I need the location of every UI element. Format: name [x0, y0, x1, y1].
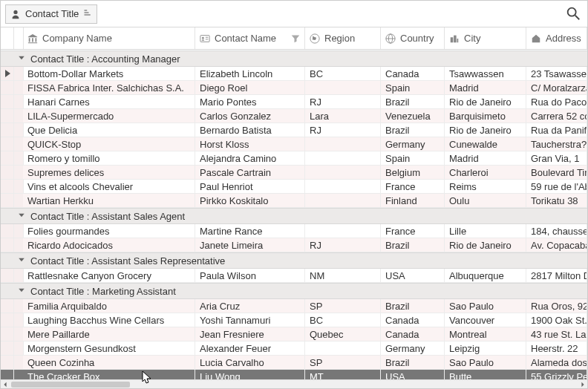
row-indicator-cell: [1, 95, 14, 109]
group-panel: Contact Title: [1, 1, 587, 27]
table-row[interactable]: FISSA Fabrica Inter. Salchichas S.A. Die…: [1, 81, 587, 95]
grid-body[interactable]: Contact Title : Accounting Manager Botto…: [1, 50, 587, 379]
table-row[interactable]: Bottom-Dollar Markets Elizabeth Lincoln …: [1, 67, 587, 81]
cell-address: 43 rue St. Laure: [526, 327, 587, 341]
cell-region: [305, 137, 381, 151]
row-indicator-cell: [1, 238, 14, 252]
cell-address: 23 Tsawassen Bl: [526, 67, 587, 81]
group-chip-contact-title[interactable]: Contact Title: [5, 4, 97, 24]
cell-address: Rua Oros, 92: [526, 299, 587, 313]
cell-address: Alameda dos Car: [526, 356, 587, 370]
table-row[interactable]: Que Delicia Bernardo Batista RJ Brazil R…: [1, 123, 587, 137]
table-row[interactable]: Ricardo Adocicados Janete Limeira RJ Bra…: [1, 238, 587, 252]
cell-region: MT: [305, 370, 381, 379]
group-row[interactable]: Contact Title : Marketing Assistant: [1, 283, 587, 299]
cell-city: Leipzig: [445, 341, 526, 356]
scroll-left-icon[interactable]: [1, 381, 10, 388]
row-indicator-cell: [1, 370, 14, 379]
table-row[interactable]: Romero y tomillo Alejandra Camino Spain …: [1, 151, 587, 166]
column-label: Country: [400, 33, 434, 44]
group-row[interactable]: Contact Title : Accounting Manager: [1, 50, 587, 67]
row-indicator-cell: [1, 341, 14, 356]
table-row[interactable]: Familia Arquibaldo Aria Cruz SP Brazil S…: [1, 299, 587, 313]
cell-company: Mere Paillarde: [23, 327, 195, 341]
table-row[interactable]: Morgenstern Gesundkost Alexander Feuer G…: [1, 341, 587, 356]
cell-address: 1900 Oak St.: [526, 313, 587, 327]
table-row[interactable]: Rattlesnake Canyon Grocery Paula Wilson …: [1, 269, 587, 283]
column-header-contact[interactable]: Contact Name: [195, 27, 305, 49]
row-indicator-cell: [1, 151, 14, 166]
cell-country: Germany: [381, 341, 445, 356]
person-icon: [10, 9, 21, 19]
table-row[interactable]: Supremes delices Pascale Cartrain Belgiu…: [1, 166, 587, 180]
scrollbar-thumb[interactable]: [11, 382, 130, 388]
table-row[interactable]: Mere Paillarde Jean Fresniere Quebec Can…: [1, 327, 587, 341]
table-row[interactable]: Laughing Bacchus Wine Cellars Yoshi Tann…: [1, 313, 587, 327]
filter-icon[interactable]: [291, 34, 300, 43]
cell-contact: Paul Henriot: [195, 180, 305, 194]
row-indicator-cell: [1, 81, 14, 95]
table-row[interactable]: Queen Cozinha Lucia Carvalho SP Brazil S…: [1, 356, 587, 370]
search-icon[interactable]: [565, 5, 581, 22]
cell-country: Brazil: [381, 123, 445, 137]
chevron-down-icon: [17, 286, 27, 296]
cell-city: Sao Paulo: [445, 356, 526, 370]
cell-country: Finland: [381, 194, 445, 208]
row-indicator-cell: [1, 313, 14, 327]
column-header-city[interactable]: City: [445, 27, 526, 49]
row-indicator-cell: [1, 180, 14, 194]
group-row[interactable]: Contact Title : Assistant Sales Represen…: [1, 252, 587, 269]
cell-company: Bottom-Dollar Markets: [23, 67, 195, 81]
cell-company: Que Delicia: [23, 123, 195, 137]
column-label: City: [464, 33, 480, 44]
id-card-icon: [200, 33, 210, 44]
column-header-country[interactable]: Country: [381, 27, 445, 49]
group-row[interactable]: Contact Title : Assistant Sales Agent: [1, 208, 587, 224]
table-row[interactable]: Vins et alcools Chevalier Paul Henriot F…: [1, 180, 587, 194]
column-header-company[interactable]: Company Name: [23, 27, 195, 49]
cell-company: The Cracker Box: [23, 370, 195, 379]
cell-region: [305, 180, 381, 194]
cell-company: LILA-Supermercado: [23, 109, 195, 123]
row-indicator-cell: [1, 356, 14, 370]
column-header-row: Company Name Contact Name Region Country…: [1, 27, 587, 50]
svg-rect-13: [451, 37, 454, 42]
row-indicator-cell: [1, 299, 14, 313]
table-row[interactable]: Wartian Herkku Pirkko Koskitalo Finland …: [1, 194, 587, 208]
current-row-marker-icon: [5, 70, 10, 77]
cell-country: France: [381, 224, 445, 238]
bank-icon: [27, 33, 38, 44]
table-row[interactable]: LILA-Supermercado Carlos Gonzalez Lara V…: [1, 109, 587, 123]
horizontal-scrollbar[interactable]: [1, 379, 587, 388]
row-indicator-cell: [1, 109, 14, 123]
cell-region: BC: [305, 67, 381, 81]
cell-region: Lara: [305, 109, 381, 123]
row-indicator-cell: [1, 166, 14, 180]
cell-contact: Diego Roel: [195, 81, 305, 95]
column-header-address[interactable]: Address: [526, 27, 587, 49]
cell-country: USA: [381, 269, 445, 283]
scroll-right-icon[interactable]: [578, 381, 587, 388]
cell-city: Rio de Janeiro: [445, 123, 526, 137]
cell-address: C/ Moralzarzal,: [526, 81, 587, 95]
column-label: Region: [324, 33, 355, 44]
cell-country: Germany: [381, 137, 445, 151]
table-row[interactable]: Folies gourmandes Martine Rance France L…: [1, 224, 587, 238]
svg-rect-2: [85, 14, 91, 16]
row-indicator-cell: [1, 269, 14, 283]
cell-city: Sao Paulo: [445, 299, 526, 313]
cell-city: Madrid: [445, 151, 526, 166]
table-row[interactable]: The Cracker Box Liu Wong MT USA Butte 55…: [1, 370, 587, 379]
cell-address: Rua da Panificac: [526, 123, 587, 137]
row-indicator-cell: [1, 224, 14, 238]
cell-address: Gran Via, 1: [526, 151, 587, 166]
cell-address: Torikatu 38: [526, 194, 587, 208]
table-row[interactable]: QUICK-Stop Horst Kloss Germany Cunewalde…: [1, 137, 587, 151]
table-row[interactable]: Hanari Carnes Mario Pontes RJ Brazil Rio…: [1, 95, 587, 109]
row-indicator-cell: [1, 194, 14, 208]
cell-company: QUICK-Stop: [23, 137, 195, 151]
cell-country: Spain: [381, 151, 445, 166]
cell-address: 2817 Milton Dr.: [526, 269, 587, 283]
cell-country: Belgium: [381, 166, 445, 180]
column-header-region[interactable]: Region: [305, 27, 381, 49]
